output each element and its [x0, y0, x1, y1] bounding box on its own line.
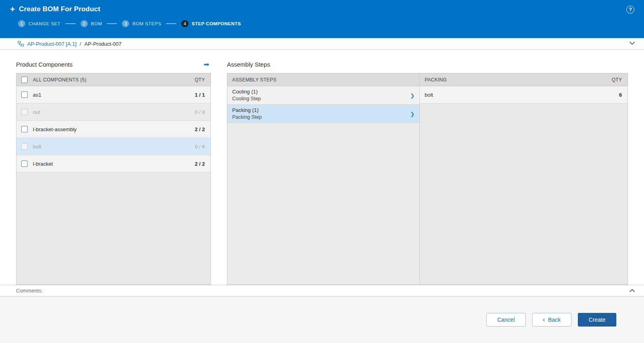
packing-column-header: PACKING QTY: [420, 73, 628, 86]
step-number-badge: 2: [81, 20, 88, 27]
packing-header-label: PACKING: [425, 77, 447, 83]
breadcrumb: AP-Product-007 [A.1] / AP-Product-007: [0, 38, 644, 50]
assembly-steps-panel: Assembly Steps ASSEMBLY STEPS Cooling (1…: [227, 59, 628, 285]
assembly-steps-header-label: ASSEMBLY STEPS: [232, 77, 276, 83]
assembly-step-row-packing[interactable]: Packing (1) Packing Step ❯: [227, 105, 419, 123]
step-label: CHANGE SET: [28, 21, 61, 26]
component-qty: 1 / 1: [195, 92, 205, 98]
component-qty: 2 / 2: [195, 126, 205, 132]
step-number-badge: 4: [181, 20, 188, 27]
plus-icon: +: [10, 5, 15, 13]
component-row-l-bracket-assembly[interactable]: l-bracket-assembly 2 / 2: [16, 121, 211, 138]
step-subtitle: Cooling Step: [232, 95, 406, 102]
chevron-right-icon[interactable]: ❯: [410, 92, 415, 98]
title-row: + Create BOM For Product ?: [10, 5, 644, 13]
component-row-l-bracket[interactable]: l-bracket 2 / 2: [16, 155, 211, 173]
select-all-checkbox[interactable]: [21, 77, 28, 83]
step-label: BOM STEPS: [132, 21, 161, 26]
comments-label: Comments:: [16, 288, 43, 294]
help-icon[interactable]: ?: [626, 6, 634, 14]
components-table: ALL COMPONENTS (5) QTY as1 1 / 1 nut 0 /…: [16, 73, 211, 285]
product-components-panel: Product Components ➡ ALL COMPONENTS (5) …: [16, 59, 211, 285]
wizard-step-bom-steps[interactable]: 3 BOM STEPS: [122, 20, 161, 27]
packing-column: PACKING QTY bolt 6: [420, 73, 628, 284]
wizard-step-bom[interactable]: 2 BOM: [81, 20, 102, 27]
packing-component-qty: 6: [619, 92, 622, 98]
qty-header: QTY: [194, 77, 205, 83]
top-header: + Create BOM For Product ? 1 CHANGE SET …: [0, 0, 644, 38]
step-subtitle: Packing Step: [232, 114, 406, 121]
step-connector: [65, 23, 76, 24]
component-qty: 0 / 8: [195, 109, 205, 115]
back-button[interactable]: ‹ Back: [532, 313, 571, 327]
components-panel-title: Product Components: [16, 61, 73, 68]
back-button-label: Back: [548, 317, 561, 323]
assembly-title-row: Assembly Steps: [227, 59, 628, 70]
breadcrumb-link[interactable]: AP-Product-007 [A.1]: [27, 41, 77, 47]
breadcrumb-current: AP-Product-007: [84, 41, 122, 47]
row-checkbox[interactable]: [21, 126, 28, 132]
components-title-row: Product Components ➡: [16, 59, 211, 70]
assembly-steps-column-header: ASSEMBLY STEPS: [227, 73, 419, 86]
cancel-button[interactable]: Cancel: [486, 313, 526, 327]
component-row-nut: nut 0 / 8: [16, 104, 211, 121]
main-content: Product Components ➡ ALL COMPONENTS (5) …: [0, 50, 644, 285]
wizard-steps: 1 CHANGE SET 2 BOM 3 BOM STEPS 4 STEP CO…: [18, 20, 644, 27]
wizard-step-step-components[interactable]: 4 STEP COMPONENTS: [181, 20, 241, 27]
chevron-right-icon[interactable]: ❯: [410, 111, 415, 117]
component-qty: 2 / 2: [195, 161, 205, 167]
step-number-badge: 3: [122, 20, 129, 27]
component-name: l-bracket-assembly: [33, 126, 77, 132]
breadcrumb-separator: /: [80, 41, 81, 47]
packing-row-bolt[interactable]: bolt 6: [420, 86, 628, 104]
step-number-badge: 1: [18, 20, 25, 27]
add-to-step-arrow-icon[interactable]: ➡: [204, 60, 209, 69]
create-button[interactable]: Create: [578, 313, 616, 327]
footer-actions: Cancel ‹ Back Create: [0, 296, 644, 343]
step-label: BOM: [91, 21, 102, 26]
row-checkbox[interactable]: [21, 91, 28, 98]
component-row-bolt: bolt 0 / 6: [16, 138, 211, 155]
step-label: STEP COMPONENTS: [192, 21, 241, 26]
row-checkbox[interactable]: [21, 160, 28, 167]
step-connector: [107, 23, 117, 24]
component-name: l-bracket: [33, 161, 53, 167]
step-title: Cooling (1): [232, 88, 406, 95]
chevron-left-icon: ‹: [543, 317, 545, 323]
packing-qty-header: QTY: [612, 77, 622, 83]
component-name: bolt: [33, 144, 41, 150]
chevron-up-icon[interactable]: [629, 289, 635, 292]
page-title: Create BOM For Product: [19, 5, 100, 13]
row-checkbox: [21, 109, 28, 115]
component-name: as1: [33, 92, 41, 98]
component-row-as1[interactable]: as1 1 / 1: [16, 86, 211, 104]
components-table-header: ALL COMPONENTS (5) QTY: [16, 73, 211, 86]
assembly-panel-title: Assembly Steps: [227, 61, 270, 68]
step-title: Packing (1): [232, 107, 406, 114]
chevron-down-icon[interactable]: [629, 41, 635, 45]
packing-component-name: bolt: [425, 92, 433, 98]
component-qty: 0 / 6: [195, 144, 205, 150]
row-checkbox: [21, 143, 28, 150]
assembly-steps-table: ASSEMBLY STEPS Cooling (1) Cooling Step …: [227, 73, 628, 285]
wizard-step-change-set[interactable]: 1 CHANGE SET: [18, 20, 61, 27]
components-header-label: ALL COMPONENTS (5): [33, 77, 87, 83]
step-connector: [166, 23, 176, 24]
comments-bar: Comments:: [0, 285, 644, 296]
assembly-step-row-cooling[interactable]: Cooling (1) Cooling Step ❯: [227, 86, 419, 105]
bom-structure-icon: [18, 41, 24, 47]
component-name: nut: [33, 109, 40, 115]
assembly-steps-column: ASSEMBLY STEPS Cooling (1) Cooling Step …: [227, 73, 420, 284]
